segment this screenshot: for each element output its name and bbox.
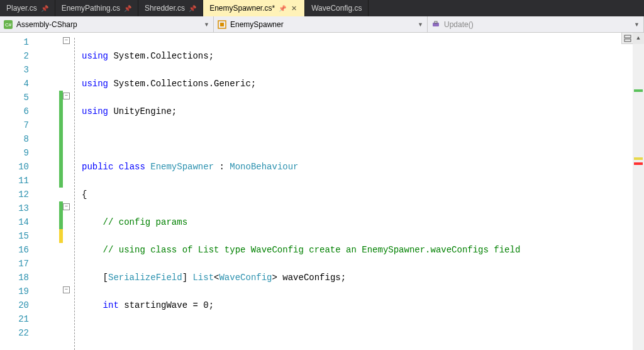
fold-toggle[interactable]: − xyxy=(63,37,70,44)
project-dropdown[interactable]: C#Assembly-CSharp ▼ xyxy=(0,16,214,32)
overview-marker xyxy=(634,157,643,160)
pin-icon[interactable]: 📌 xyxy=(41,5,48,12)
method-icon xyxy=(431,20,440,29)
csharp-icon: C# xyxy=(4,20,13,29)
svg-rect-3 xyxy=(220,23,224,26)
change-marker-bar xyxy=(54,35,68,350)
split-view-icon[interactable] xyxy=(621,33,633,44)
svg-rect-7 xyxy=(625,39,631,42)
chevron-down-icon: ▼ xyxy=(418,21,423,28)
class-icon xyxy=(218,20,226,29)
fold-toggle[interactable]: − xyxy=(63,203,70,210)
class-dropdown[interactable]: EnemySpawner ▼ xyxy=(214,16,428,32)
fold-guideline xyxy=(74,38,75,350)
scroll-up-icon[interactable]: ▲ xyxy=(633,33,644,44)
change-marker-saved xyxy=(59,91,63,188)
fold-toggle[interactable]: − xyxy=(63,93,70,99)
tab-player[interactable]: Player.cs📌 xyxy=(0,0,55,16)
tab-bar: Player.cs📌 EnemyPathing.cs📌 Shredder.cs📌… xyxy=(0,0,644,16)
close-icon[interactable]: ✕ xyxy=(290,4,298,13)
tab-waveconfig[interactable]: WaveConfig.cs xyxy=(305,0,369,16)
pin-icon[interactable]: 📌 xyxy=(189,5,196,12)
tab-enemypathing[interactable]: EnemyPathing.cs📌 xyxy=(55,0,138,16)
change-marker-unsaved xyxy=(59,229,63,243)
code-editor[interactable]: using System.Collections; using System.C… xyxy=(54,33,633,350)
overview-marker xyxy=(634,89,643,92)
chevron-down-icon: ▼ xyxy=(204,21,209,28)
pin-icon[interactable]: 📌 xyxy=(279,5,286,12)
svg-rect-5 xyxy=(435,21,437,23)
chevron-down-icon: ▼ xyxy=(634,21,640,28)
editor-area: 1 2 3 4 5 6 7 8 9 10 11 12 13 14 15 16 1… xyxy=(0,33,644,350)
tab-enemyspawner[interactable]: EnemySpawner.cs*📌✕ xyxy=(203,0,305,16)
method-dropdown[interactable]: Update() ▼ xyxy=(428,16,644,32)
vertical-scrollbar[interactable]: ▲ xyxy=(633,33,644,350)
fold-toggle[interactable]: − xyxy=(63,286,70,293)
navigation-bar: C#Assembly-CSharp ▼ EnemySpawner ▼ Updat… xyxy=(0,16,644,33)
overview-marker xyxy=(634,162,643,165)
line-number-gutter: 1 2 3 4 5 6 7 8 9 10 11 12 13 14 15 16 1… xyxy=(0,33,54,350)
svg-text:C#: C# xyxy=(5,22,12,28)
svg-rect-6 xyxy=(625,35,631,38)
pin-icon[interactable]: 📌 xyxy=(124,5,131,12)
tab-shredder[interactable]: Shredder.cs📌 xyxy=(138,0,203,16)
